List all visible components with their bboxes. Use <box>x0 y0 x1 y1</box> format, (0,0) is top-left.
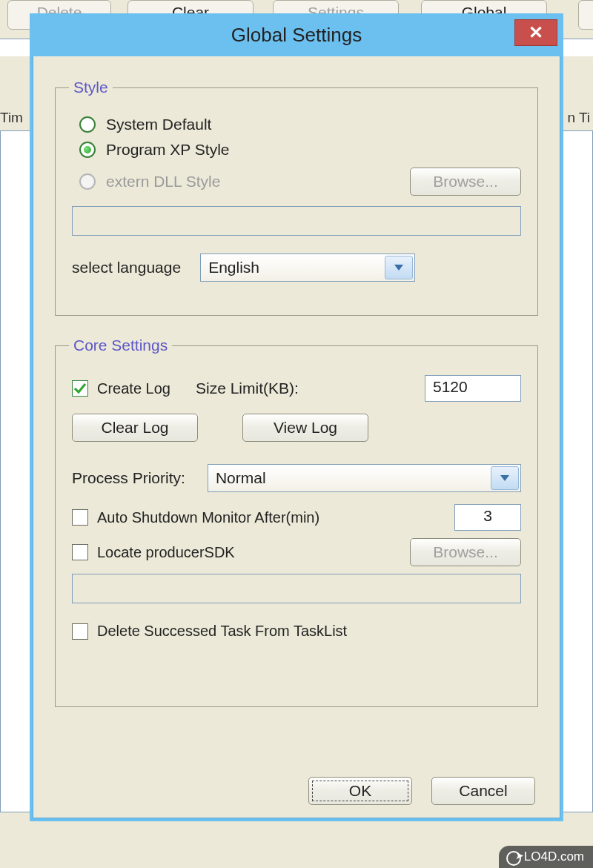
browse-sdk-button: Browse... <box>410 538 521 566</box>
bg-more-button[interactable] <box>578 0 593 30</box>
browse-dll-button: Browse... <box>410 168 521 196</box>
checkbox-icon <box>72 509 88 526</box>
radio-icon <box>79 142 96 158</box>
bg-label-ti: n Ti <box>567 110 590 126</box>
dialog-titlebar: Global Settings ✕ <box>33 16 560 56</box>
close-button[interactable]: ✕ <box>514 19 557 46</box>
bg-label-tim: Tim <box>0 110 23 126</box>
watermark-text: LO4D.com <box>524 849 584 864</box>
radio-system-default[interactable]: System Default <box>79 116 521 133</box>
radio-label: Program XP Style <box>106 141 230 159</box>
cancel-button[interactable]: Cancel <box>431 777 535 805</box>
dll-path-input[interactable] <box>72 206 521 236</box>
watermark-arrow-icon: ➤ <box>515 849 524 861</box>
view-log-button[interactable]: View Log <box>242 414 368 442</box>
language-select[interactable]: English <box>200 254 415 282</box>
sdk-path-input[interactable] <box>72 574 521 603</box>
radio-label: extern DLL Style <box>106 173 220 191</box>
checkbox-label: Auto Shutdown Monitor After(min) <box>97 509 319 526</box>
dialog-title: Global Settings <box>231 24 362 46</box>
size-limit-input[interactable]: 5120 <box>425 375 521 402</box>
watermark: ➤ LO4D.com <box>499 846 593 868</box>
svg-marker-0 <box>394 265 403 271</box>
auto-shutdown-input[interactable]: 3 <box>454 504 521 531</box>
checkbox-icon <box>72 380 88 397</box>
create-log-checkbox[interactable]: Create Log <box>72 380 170 397</box>
global-settings-dialog: Global Settings ✕ Style System Default P… <box>30 13 563 821</box>
priority-label: Process Priority: <box>72 469 185 487</box>
chevron-down-icon <box>385 256 413 279</box>
chevron-down-icon <box>491 466 519 490</box>
radio-icon <box>79 116 96 133</box>
language-label: select language <box>72 259 181 276</box>
language-value: English <box>208 259 259 276</box>
checkbox-label: Create Log <box>97 380 170 397</box>
ok-button[interactable]: OK <box>308 777 412 805</box>
core-settings-groupbox: Core Settings Create Log Size Limit(KB):… <box>55 337 538 707</box>
style-groupbox: Style System Default Program XP Style ex… <box>55 79 538 316</box>
radio-icon <box>79 173 96 190</box>
checkbox-label: Delete Successed Task From TaskList <box>97 623 347 640</box>
auto-shutdown-checkbox[interactable]: Auto Shutdown Monitor After(min) <box>72 509 319 526</box>
svg-marker-1 <box>500 475 509 481</box>
radio-program-xp[interactable]: Program XP Style <box>79 141 521 159</box>
priority-value: Normal <box>216 469 266 487</box>
dialog-buttons: OK Cancel <box>33 777 560 805</box>
checkbox-icon <box>72 623 88 640</box>
checkbox-icon <box>72 544 88 560</box>
core-legend: Core Settings <box>69 337 172 354</box>
priority-select[interactable]: Normal <box>208 464 521 492</box>
radio-extern-dll: extern DLL Style <box>79 173 220 191</box>
style-legend: Style <box>69 79 113 96</box>
locate-sdk-checkbox[interactable]: Locate producerSDK <box>72 544 235 561</box>
size-limit-label: Size Limit(KB): <box>196 380 299 397</box>
checkbox-label: Locate producerSDK <box>97 544 235 561</box>
delete-task-checkbox[interactable]: Delete Successed Task From TaskList <box>72 623 347 640</box>
clear-log-button[interactable]: Clear Log <box>72 414 198 442</box>
radio-label: System Default <box>106 116 211 133</box>
close-icon: ✕ <box>529 22 543 42</box>
